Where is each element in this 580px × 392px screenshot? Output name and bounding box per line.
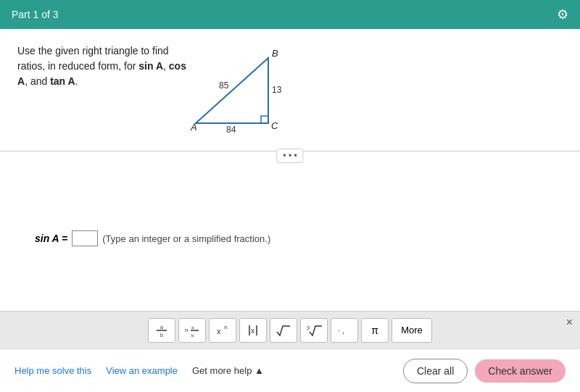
- fraction-icon: a b: [154, 322, 170, 338]
- svg-text:3: 3: [307, 325, 310, 330]
- svg-text:·: ·: [338, 326, 340, 335]
- problem-text-line1: Use the given right triangle to find rat…: [17, 45, 186, 87]
- svg-text:a: a: [191, 325, 194, 330]
- check-answer-button[interactable]: Check answer: [475, 359, 566, 383]
- pi-button[interactable]: π: [361, 318, 389, 343]
- side-horiz-label: 84: [226, 125, 236, 135]
- more-button[interactable]: More: [392, 318, 432, 343]
- hint-text: (Type an integer or a simplified fractio…: [102, 233, 270, 244]
- expand-button[interactable]: • • •: [276, 149, 303, 163]
- svg-text:a: a: [160, 325, 163, 330]
- view-example-button[interactable]: View an example: [106, 365, 178, 376]
- svg-text:x: x: [217, 327, 221, 335]
- footer: Help me solve this View an example Get m…: [0, 349, 580, 392]
- part-label: Part 1 of 3: [12, 9, 59, 20]
- svg-text:n: n: [185, 327, 188, 333]
- tan-a-label: tan A: [50, 75, 75, 87]
- triangle-diagram: A B C 85 13 84: [188, 43, 304, 159]
- cbrt-icon: 3: [306, 322, 322, 338]
- pi-symbol: π: [371, 325, 378, 336]
- svg-text:b: b: [160, 333, 163, 338]
- abs-value-icon: x: [245, 322, 261, 338]
- gear-icon[interactable]: ⚙: [557, 7, 568, 22]
- answer-line: sin A = (Type an integer or a simplified…: [17, 230, 563, 246]
- footer-actions: Clear all Check answer: [403, 359, 566, 383]
- decimal-button[interactable]: · ,: [331, 318, 358, 343]
- math-toolbar: a b n a b x n x 3: [0, 311, 580, 349]
- close-toolbar-button[interactable]: ×: [566, 316, 573, 329]
- main-content: Use the given right triangle to find rat…: [0, 29, 580, 333]
- sin-a-label: sin A: [138, 60, 163, 72]
- svg-text:n: n: [224, 324, 227, 330]
- vertex-a: A: [190, 122, 197, 133]
- svg-text:b: b: [191, 333, 194, 338]
- mixed-number-icon: n a b: [184, 322, 200, 338]
- svg-text:x: x: [251, 327, 254, 335]
- triangle-svg: A B C 85 13 84: [188, 43, 283, 138]
- side-hyp-label: 85: [219, 80, 229, 91]
- vertex-b: B: [272, 48, 278, 59]
- sqrt-icon: [276, 322, 291, 338]
- svg-text:,: ,: [342, 326, 344, 335]
- help-me-solve-button[interactable]: Help me solve this: [14, 365, 91, 376]
- clear-all-button[interactable]: Clear all: [403, 359, 468, 383]
- fraction-button[interactable]: a b: [148, 318, 175, 343]
- answer-input[interactable]: [72, 230, 98, 246]
- decimal-icon: · ,: [336, 322, 352, 338]
- sin-equation-label: sin A =: [35, 233, 67, 244]
- mixed-number-button[interactable]: n a b: [178, 318, 206, 343]
- abs-value-button[interactable]: x: [239, 318, 267, 343]
- exponent-button[interactable]: x n: [209, 318, 236, 343]
- side-vert-label: 13: [272, 85, 282, 95]
- sqrt-button[interactable]: [270, 318, 297, 343]
- get-more-help-button[interactable]: Get more help ▲: [192, 365, 264, 376]
- exponent-icon: x n: [215, 322, 231, 338]
- cbrt-button[interactable]: 3: [300, 318, 328, 343]
- svg-marker-0: [196, 58, 268, 123]
- problem-text: Use the given right triangle to find rat…: [17, 43, 191, 89]
- vertex-c: C: [271, 120, 278, 131]
- header: Part 1 of 3 ⚙: [0, 0, 580, 29]
